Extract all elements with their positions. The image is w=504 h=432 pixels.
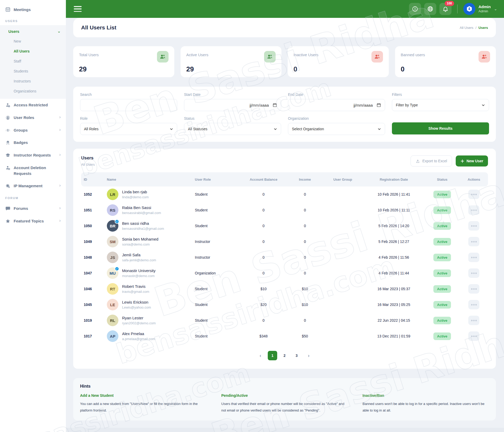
sidebar-subitem-students[interactable]: Students — [0, 66, 66, 76]
status-badge: Active — [433, 222, 451, 230]
users-icon — [157, 51, 169, 63]
cell-income: 0 — [287, 208, 322, 212]
sidebar-item-forums[interactable]: Forums › — [0, 202, 66, 215]
cell-registration-date: 16 Mar 2023 | 05:25 — [363, 303, 425, 307]
cell-income: 0 — [287, 255, 322, 259]
sidebar-subitem-staff[interactable]: Staff — [0, 56, 66, 66]
alert-icon[interactable] — [409, 3, 421, 15]
pagination-next[interactable]: › — [304, 351, 313, 360]
cell-name: ✓JS Jemli Safa safa-jemli@demo.com — [104, 252, 192, 263]
cell-name: ✓MU Monastir University monastir@demo.co… — [104, 267, 192, 279]
organization-label: Organization — [288, 116, 385, 121]
sidebar-item-ip-management[interactable]: IP Management › — [0, 180, 66, 192]
row-actions-button[interactable] — [468, 268, 479, 278]
main-area: 100 Admin Admin ⌄ All Users List — [66, 0, 504, 432]
hamburger-menu-icon[interactable] — [74, 6, 82, 12]
cell-name: ✓LE Lewis Erickson Lewis@yahoo.com — [104, 299, 192, 310]
user-banned-icon — [479, 51, 490, 63]
stat-label: Active Users — [186, 51, 208, 57]
sidebar-users-submenu: NewAll UsersStaffStudentsInstructorsOrga… — [0, 36, 66, 96]
row-actions-button[interactable] — [468, 300, 479, 309]
sidebar-item-featured-topics[interactable]: Featured Topics › — [0, 215, 66, 227]
status-badge: Active — [433, 301, 451, 309]
cell-user-role: Student — [192, 303, 240, 307]
cell-registration-date: 10 Feb 2026 | 11:41 — [363, 192, 425, 196]
export-to-excel-button[interactable]: Export to Excel — [411, 155, 452, 166]
sidebar-item-users[interactable]: Users ⌄ — [0, 25, 66, 36]
cell-user-role: Student — [192, 208, 240, 212]
chevron-down-icon: ⌄ — [57, 29, 61, 34]
pagination-page-2[interactable]: 2 — [280, 351, 289, 360]
sidebar-section-forum: FORUM — [0, 192, 66, 202]
cell-user-role: Student — [192, 318, 240, 322]
user-check-icon — [264, 51, 276, 63]
profile-role: Admin — [479, 9, 491, 13]
sidebar-item-meetings[interactable]: Meetings — [0, 4, 66, 15]
search-label: Search — [80, 92, 177, 97]
pagination-page-3[interactable]: 3 — [292, 351, 301, 360]
bell-icon[interactable]: 100 — [439, 3, 452, 15]
pagination-prev[interactable]: ‹ — [256, 351, 265, 360]
cell-id: 1048 — [81, 255, 104, 259]
sidebar-item-account-deletion-requests[interactable]: Account Deletion Requests — [0, 162, 66, 180]
row-actions-button[interactable] — [468, 237, 479, 246]
pagination-page-1[interactable]: 1 — [268, 351, 277, 360]
breadcrumb-parent[interactable]: All Users — [460, 26, 473, 30]
avatar: ✓RT — [107, 283, 118, 295]
sidebar-subitem-instructors[interactable]: Instructors — [0, 76, 66, 86]
user-email: bensassiridha1@gmail.com — [122, 227, 164, 231]
cell-income: 0 — [287, 240, 322, 244]
notification-badge: 100 — [445, 1, 454, 6]
cell-income: $10 — [287, 303, 322, 307]
topbar: 100 Admin Admin ⌄ — [66, 0, 504, 18]
table-row: 1017 ✓AP Alex Pmelaa a.pmelaa@gmail.com … — [81, 328, 488, 344]
stat-card-total-users: Total Users 29 — [73, 46, 174, 77]
user-email: a.pmelaa@gmail.com — [122, 337, 155, 341]
sidebar-item-instructor-requests[interactable]: Instructor Requests › — [0, 149, 66, 162]
sidebar-subitem-organizations[interactable]: Organizations — [0, 86, 66, 96]
status-badge: Active — [433, 191, 451, 198]
profile-menu[interactable]: Admin Admin ⌄ — [463, 3, 497, 15]
table-row: 1046 ✓RT Robert Travis travis@gmail.com … — [81, 281, 488, 297]
chevron-down-icon — [170, 127, 173, 131]
verified-icon: ✓ — [115, 219, 119, 224]
sidebar-subitem-all-users[interactable]: All Users — [0, 46, 66, 56]
row-actions-button[interactable] — [468, 331, 479, 341]
row-actions-button[interactable] — [468, 253, 479, 262]
chat-icon — [5, 206, 10, 211]
role-select[interactable]: All Roles — [80, 123, 177, 135]
table-row: 1049 ✓SM Sonia ben Mohamed sonia@demo.co… — [81, 234, 488, 249]
start-date-input[interactable]: jj/mm/aaaa — [184, 99, 281, 111]
cell-income: $10 — [287, 287, 322, 291]
stats-row: Total Users 29 Active Users 29 Inactive … — [73, 46, 496, 77]
cell-account-balance: $348 — [240, 334, 287, 338]
filter-type-select[interactable]: Filter by Type — [392, 99, 489, 111]
chevron-right-icon: › — [59, 127, 61, 132]
user-name: Ben sassi ridha — [122, 221, 164, 226]
sidebar-item-badges[interactable]: Badges — [0, 136, 66, 149]
sidebar-item-groups[interactable]: Groups › — [0, 124, 66, 137]
end-date-input[interactable]: jj/mm/aaaa — [288, 99, 385, 111]
cell-name: ✓LR Linda ben rjab linda@demo.com — [104, 189, 192, 200]
hint-heading: Add a New Student — [80, 393, 207, 398]
sidebar: Meetings USERS Users ⌄ NewAll UsersStaff… — [0, 0, 66, 432]
sidebar-subitem-new[interactable]: New — [0, 36, 66, 46]
row-actions-button[interactable] — [468, 284, 479, 294]
row-actions-button[interactable] — [468, 190, 479, 199]
row-actions-button[interactable] — [468, 205, 479, 215]
row-actions-button[interactable] — [468, 316, 479, 325]
start-date-label: Start Date — [184, 92, 281, 97]
show-results-button[interactable]: Show Results — [392, 122, 489, 134]
new-user-button[interactable]: New User — [456, 155, 488, 166]
sidebar-item-user-roles[interactable]: User Roles › — [0, 111, 66, 124]
cell-name: ✓RL Ryan Lester ryan2002@demo.com — [104, 315, 192, 326]
table-row: 1047 ✓MU Monastir University monastir@de… — [81, 265, 488, 281]
status-select[interactable]: All Statuses — [184, 123, 281, 135]
globe-icon[interactable] — [424, 3, 436, 15]
search-input[interactable] — [80, 99, 177, 111]
cell-account-balance: 0 — [240, 208, 287, 212]
row-actions-button[interactable] — [468, 221, 479, 231]
sidebar-item-access-restricted[interactable]: Access Restricted — [0, 99, 66, 111]
column-header-status: Status — [425, 178, 460, 181]
organization-select[interactable]: Select Organization — [288, 123, 385, 135]
